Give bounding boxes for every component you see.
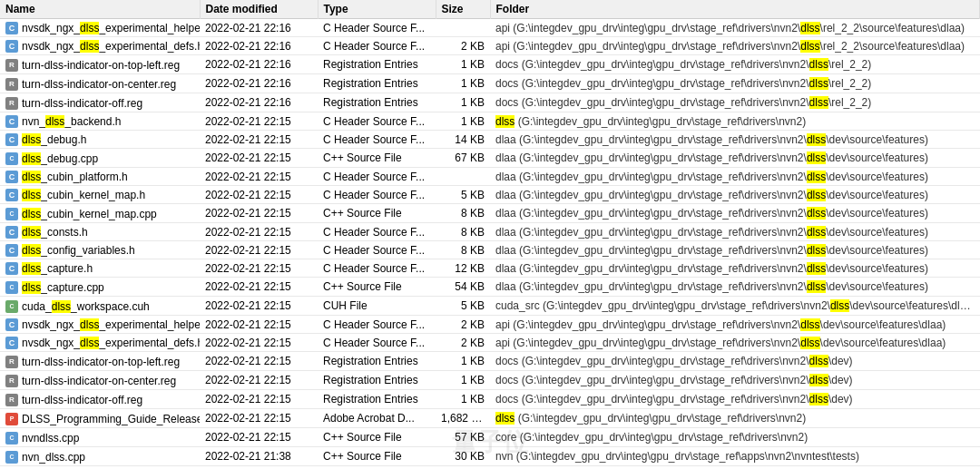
file-type: C Header Source F...	[318, 186, 436, 204]
file-name-cell: Cdlss_capture.h	[0, 259, 200, 278]
table-row[interactable]: Cnvn_dlss.cpp2022-02-21 21:38C++ Source …	[0, 447, 980, 466]
c-icon: C	[5, 337, 18, 349]
file-date: 2022-02-21 22:15	[200, 297, 318, 316]
file-size: 57 KB	[436, 428, 490, 447]
header-name[interactable]: Name	[0, 0, 200, 19]
file-name: nvsdk_ngx_dlss_experimental_helpers.h	[22, 318, 200, 331]
table-row[interactable]: Rturn-dlss-indicator-on-center.reg2022-0…	[0, 371, 980, 390]
file-date: 2022-02-21 22:15	[200, 428, 318, 447]
file-type: C Header Source F...	[318, 334, 436, 352]
file-size: 8 KB	[436, 223, 490, 241]
file-folder: docs (G:\integdev_gpu_drv\integ\gpu_drv\…	[490, 93, 980, 112]
table-row[interactable]: Cnvndlss.cpp2022-02-21 22:15C++ Source F…	[0, 428, 980, 447]
file-name: dlss_debug.h	[22, 133, 86, 146]
file-folder: dlss (G:\integdev_gpu_drv\integ\gpu_drv\…	[490, 409, 980, 428]
cuh-icon: C	[5, 300, 18, 313]
file-size: 8 KB	[436, 204, 490, 223]
c-icon: C	[5, 226, 18, 239]
file-name-cell: Cdlss_consts.h	[0, 223, 200, 241]
table-row[interactable]: Cdlss_capture.h2022-02-21 22:15C Header …	[0, 259, 980, 278]
table-row[interactable]: Cdlss_cubin_kernel_map.cpp2022-02-21 22:…	[0, 204, 980, 223]
table-row[interactable]: PDLSS_Programming_Guide_Release.pdf2022-…	[0, 409, 980, 428]
table-row[interactable]: Cdlss_debug.h2022-02-21 22:15C Header So…	[0, 131, 980, 149]
header-type[interactable]: Type	[318, 0, 436, 19]
file-date: 2022-02-21 22:15	[200, 390, 318, 409]
file-type: Registration Entries	[318, 55, 436, 74]
file-date: 2022-02-21 22:16	[200, 55, 318, 74]
file-name: nvn_dlss_backend.h	[22, 115, 121, 128]
reg-icon: R	[5, 356, 18, 368]
file-date: 2022-02-21 22:15	[200, 352, 318, 371]
file-size: 1 KB	[436, 74, 490, 93]
file-date: 2022-02-21 22:15	[200, 131, 318, 149]
c-icon: C	[5, 133, 18, 146]
file-name-cell: PDLSS_Programming_Guide_Release.pdf	[0, 409, 200, 428]
file-name-cell: Rturn-dlss-indicator-off.reg	[0, 93, 200, 112]
file-name: turn-dlss-indicator-on-center.reg	[22, 78, 176, 91]
table-row[interactable]: Cnvsdk_ngx_dlss_experimental_defs.h2022-…	[0, 334, 980, 352]
table-row[interactable]: Cnvn_dlss_backend.h2022-02-21 22:15C Hea…	[0, 112, 980, 131]
table-row[interactable]: Cdlss_cubin_platform.h2022-02-21 22:15C …	[0, 168, 980, 186]
c-icon: C	[5, 244, 18, 257]
table-row[interactable]: Cdlss_capture.cpp2022-02-21 22:15C++ Sou…	[0, 278, 980, 297]
file-size: 12 KB	[436, 259, 490, 278]
table-row[interactable]: Cdlss_consts.h2022-02-21 22:15C Header S…	[0, 223, 980, 241]
file-size: 14 KB	[436, 131, 490, 149]
file-name: turn-dlss-indicator-on-top-left.reg	[22, 356, 180, 368]
file-folder: api (G:\integdev_gpu_drv\integ\gpu_drv\s…	[490, 19, 980, 37]
file-name-cell: Cnvndlss.cpp	[0, 428, 200, 447]
file-name: dlss_config_variables.h	[22, 244, 135, 257]
table-row[interactable]: CDlssPass.cpp2022-02-21 21:38C++ Source …	[0, 466, 980, 470]
header-date[interactable]: Date modified	[200, 0, 318, 19]
table-row[interactable]: Cnvsdk_ngx_dlss_experimental_helpers.h20…	[0, 316, 980, 334]
file-size: 1 KB	[436, 93, 490, 112]
file-folder: dlaa (G:\integdev_gpu_drv\integ\gpu_drv\…	[490, 223, 980, 241]
file-name: DLSS_Programming_Guide_Release.pdf	[22, 413, 200, 425]
file-size: 30 KB	[436, 447, 490, 466]
reg-icon: R	[5, 59, 18, 72]
file-date: 2022-02-21 22:15	[200, 186, 318, 204]
file-folder: dlss (G:\integdev_gpu_drv\integ\gpu_drv\…	[490, 112, 980, 131]
header-size[interactable]: Size	[436, 0, 490, 19]
file-explorer: Name Date modified Type Size Folder Cnvs…	[0, 0, 980, 469]
table-row[interactable]: Cnvsdk_ngx_dlss_experimental_defs.h2022-…	[0, 37, 980, 55]
file-type: Adobe Acrobat D...	[318, 409, 436, 428]
file-name-cell: Cnvsdk_ngx_dlss_experimental_helpers.h	[0, 316, 200, 334]
c-icon: C	[5, 318, 18, 331]
file-date: 2022-02-21 22:16	[200, 93, 318, 112]
table-row[interactable]: Rturn-dlss-indicator-on-top-left.reg2022…	[0, 55, 980, 74]
file-size: 5 KB	[436, 186, 490, 204]
file-folder: dlaa (G:\integdev_gpu_drv\integ\gpu_drv\…	[490, 186, 980, 204]
file-name: dlss_capture.h	[22, 262, 93, 275]
file-size: 1 KB	[436, 55, 490, 74]
cpp-icon: C	[5, 451, 18, 464]
cpp-icon: C	[5, 281, 18, 294]
table-row[interactable]: Rturn-dlss-indicator-on-center.reg2022-0…	[0, 74, 980, 93]
table-row[interactable]: Cdlss_debug.cpp2022-02-21 22:15C++ Sourc…	[0, 149, 980, 168]
file-name-cell: Cdlss_cubin_kernel_map.h	[0, 186, 200, 204]
file-size: 1 KB	[436, 112, 490, 131]
file-size	[436, 19, 490, 37]
file-size: 1,682 KB	[436, 409, 490, 428]
table-row[interactable]: Ccuda_dlss_workspace.cuh2022-02-21 22:15…	[0, 297, 980, 316]
file-name-cell: Cdlss_cubin_platform.h	[0, 168, 200, 186]
file-size: 1 KB	[436, 390, 490, 409]
file-date: 2022-02-21 22:15	[200, 371, 318, 390]
file-name-cell: Cnvsdk_ngx_dlss_experimental_defs.h	[0, 37, 200, 55]
file-type: C Header Source F...	[318, 316, 436, 334]
pdf-icon: P	[5, 413, 18, 425]
file-type: C Header Source F...	[318, 241, 436, 259]
table-row[interactable]: Rturn-dlss-indicator-off.reg2022-02-21 2…	[0, 93, 980, 112]
table-row[interactable]: Cdlss_config_variables.h2022-02-21 22:15…	[0, 241, 980, 259]
file-type: C Header Source F...	[318, 223, 436, 241]
table-row[interactable]: Rturn-dlss-indicator-on-top-left.reg2022…	[0, 352, 980, 371]
file-name: turn-dlss-indicator-on-top-left.reg	[22, 59, 180, 72]
table-row[interactable]: Cdlss_cubin_kernel_map.h2022-02-21 22:15…	[0, 186, 980, 204]
file-size: 54 KB	[436, 278, 490, 297]
table-row[interactable]: Rturn-dlss-indicator-off.reg2022-02-21 2…	[0, 390, 980, 409]
file-size: 8 KB	[436, 241, 490, 259]
file-name-cell: Cnvsdk_ngx_dlss_experimental_helpers.h	[0, 19, 200, 37]
table-row[interactable]: Cnvsdk_ngx_dlss_experimental_helpers.h20…	[0, 19, 980, 37]
file-folder: api (G:\integdev_gpu_drv\integ\gpu_drv\s…	[490, 334, 980, 352]
header-folder[interactable]: Folder	[490, 0, 980, 19]
